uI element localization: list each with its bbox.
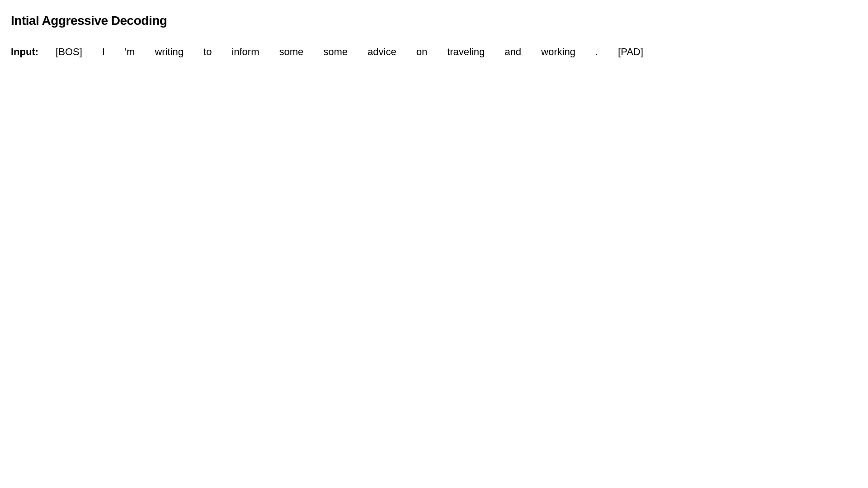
token: advice <box>358 46 406 58</box>
token: on <box>406 46 437 58</box>
token: writing <box>145 46 193 58</box>
token: some <box>269 46 314 58</box>
token: I <box>92 46 115 58</box>
input-label: Input: <box>11 46 38 58</box>
token: some <box>313 46 358 58</box>
token: [BOS] <box>46 46 92 58</box>
token: traveling <box>437 46 495 58</box>
input-row: Input: [BOS]I'mwritingtoinformsomesomead… <box>11 46 857 58</box>
token: . <box>585 46 608 58</box>
page-container: Intial Aggressive Decoding Input: [BOS]I… <box>0 0 868 71</box>
token: and <box>495 46 531 58</box>
page-title: Intial Aggressive Decoding <box>11 14 857 28</box>
token: to <box>193 46 222 58</box>
token: 'm <box>115 46 145 58</box>
token: working <box>531 46 585 58</box>
tokens-container: [BOS]I'mwritingtoinformsomesomeadviceont… <box>46 46 653 58</box>
token: inform <box>222 46 269 58</box>
token: [PAD] <box>608 46 653 58</box>
